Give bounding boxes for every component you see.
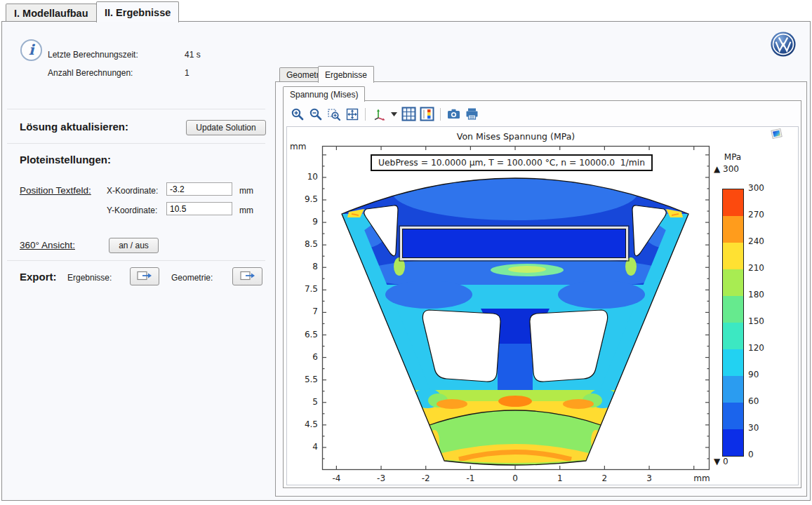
tab-spannung-mises[interactable]: Spannung (Mises) [283,86,365,102]
legend-tick-label: 240 [748,236,764,246]
vw-logo [770,31,797,60]
magnet-region [403,229,626,258]
view-orientation-icon[interactable] [371,106,387,122]
y-tick-label: 5 [293,397,318,407]
y-tick-label: 8.5 [293,239,318,249]
legend-tick-label: 60 [748,396,759,406]
toolbar-separator [365,108,366,121]
legend-tick-label: 300 [748,183,764,193]
tab-spannung-mises-label: Spannung (Mises) [290,90,358,100]
x-tick-label: 2 [594,473,615,483]
info-icon: i [20,39,43,62]
x-tick-label: 0 [505,473,526,483]
textfield-position-label: Position Textfeld: [20,185,91,196]
separator [7,143,265,144]
legend-segment [723,269,743,296]
legend-segment [723,376,743,403]
update-solution-heading: Lösung aktualisieren: [20,121,128,133]
export-geometry-label: Geometrie: [171,273,213,283]
update-solution-button[interactable]: Update Solution [186,120,266,135]
y-tick-label: 7 [293,307,318,316]
zoom-box-icon[interactable] [326,106,342,122]
legend-tick-label: 30 [748,423,759,433]
view-360-label: 360° Ansicht: [20,240,75,250]
y-tick-label: 4 [293,442,318,452]
export-results-button[interactable] [130,267,159,285]
plot-settings-heading: Ploteinstellungen: [20,154,111,166]
y-coordinate-input[interactable] [166,202,232,215]
y-tick-label: 8 [293,262,318,271]
export-geometry-button[interactable] [232,267,262,285]
y-coordinate-unit: mm [239,206,253,215]
zoom-in-icon[interactable] [289,106,305,122]
legend-max-marker: ▲ 300 [714,164,739,174]
snapshot-icon[interactable] [446,106,462,122]
legend-tick-label: 120 [748,343,764,353]
legend-segment [723,429,743,456]
legend-segment [723,403,743,429]
export-icon [240,271,255,283]
legend-segment [723,349,743,376]
export-icon [137,271,152,283]
x-tick-label: -2 [415,473,437,483]
legend-tick-label: 0 [748,450,754,459]
view-360-toggle-label: an / aus [119,241,149,250]
color-legend-bar [722,189,744,457]
color-legend-toggle-icon[interactable] [419,106,435,122]
x-coordinate-input[interactable] [166,182,232,196]
x-tick-label: 3 [639,473,660,483]
tab-ergebnisse-label: II. Ergebnisse [105,7,171,18]
tab-modellaufbau-label: I. Modellaufbau [14,8,88,19]
tab-modellaufbau[interactable]: I. Modellaufbau [6,4,97,22]
view-orientation-dropdown-icon[interactable] [389,106,399,122]
x-tick-label: -3 [371,473,392,483]
y-tick-label: 9.5 [293,194,318,204]
view-360-toggle-button[interactable]: an / aus [109,238,159,253]
stress-geometry [322,146,710,470]
separator [7,260,265,261]
tab-ergebnisse[interactable]: II. Ergebnisse [96,1,179,22]
tab-ergebnisse-plot[interactable]: Ergebnisse [318,66,374,83]
stat-value-calc-time: 41 s [185,50,201,60]
y-coordinate-label: Y-Koordinate: [107,206,157,215]
zoom-out-icon[interactable] [307,106,324,122]
legend-tick-label: 90 [748,370,759,379]
x-axis-unit: mm [691,473,712,483]
y-tick-label: 6.5 [293,330,318,339]
toolbar-separator [440,108,441,121]
export-heading: Export: [20,271,57,283]
stat-value-calc-count: 1 [185,68,189,78]
y-tick-label: 7.5 [293,284,318,294]
legend-tick-label: 270 [748,210,764,220]
legend-tick-label: 210 [748,263,764,273]
legend-unit: MPa [722,152,743,162]
legend-tick-label: 150 [748,316,764,326]
graphics-canvas[interactable]: Von Mises Spannung (MPa) mm UebPress = 1… [286,126,799,485]
stat-label-calc-time: Letzte Berechnungszeit: [48,50,138,60]
legend-tick-label: 180 [748,290,764,299]
legend-segment [723,323,743,349]
y-tick-label: 10 [293,172,318,182]
y-tick-label: 4.5 [293,419,318,429]
legend-segment [723,243,743,269]
grid-toggle-icon[interactable] [401,106,417,122]
x-coordinate-unit: mm [239,186,253,196]
print-icon[interactable] [464,106,480,122]
zoom-extents-icon[interactable] [344,106,360,122]
y-tick-label: 9 [293,217,318,227]
stat-label-calc-count: Anzahl Berechnungen: [48,68,133,78]
separator [7,109,265,109]
update-solution-button-label: Update Solution [196,123,255,133]
tab-ergebnisse-plot-label: Ergebnisse [325,70,367,80]
export-results-label: Ergebnisse: [67,273,112,283]
y-tick-label: 5.5 [293,375,318,384]
x-tick-label: -1 [460,473,481,483]
x-tick-label: -4 [326,473,347,483]
y-tick-label: 6 [293,352,318,362]
legend-segment [723,189,743,216]
x-coordinate-label: X-Koordinate: [107,186,158,196]
legend-segment [723,296,743,323]
app-window: { "window": { "tabs": [ {"label": "I. Mo… [0,0,812,505]
legend-segment [723,216,743,243]
legend-min-marker: ▼ 0 [714,457,728,466]
